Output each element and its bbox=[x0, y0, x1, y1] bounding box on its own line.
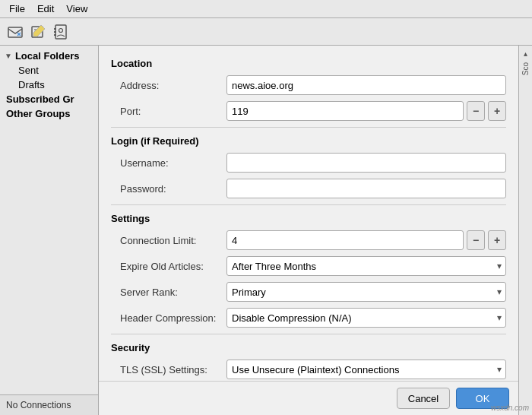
header-compression-label: Header Compression: bbox=[120, 312, 226, 324]
sidebar: ▼ Local Folders Sent Drafts Subscribed G… bbox=[0, 46, 99, 415]
port-input[interactable] bbox=[226, 101, 464, 121]
expire-label: Expire Old Articles: bbox=[120, 261, 226, 272]
svg-point-6 bbox=[59, 28, 63, 32]
menubar: File Edit View bbox=[0, 0, 532, 18]
dialog-scroll[interactable]: Location Address: Port: − + Login (if Re… bbox=[99, 46, 518, 381]
get-messages-icon[interactable] bbox=[6, 23, 24, 41]
connection-limit-row: Connection Limit: − + bbox=[111, 230, 506, 250]
toolbar bbox=[0, 18, 532, 46]
main-area: ▼ Local Folders Sent Drafts Subscribed G… bbox=[0, 46, 532, 415]
header-compression-control: Disable Compression (N/A) Enable Compres… bbox=[226, 308, 506, 328]
right-label: Sco bbox=[521, 62, 530, 75]
connection-limit-decrement-button[interactable]: − bbox=[467, 230, 485, 250]
tls-label: TLS (SSL) Settings: bbox=[120, 364, 226, 375]
server-rank-label: Server Rank: bbox=[120, 287, 226, 298]
menu-file[interactable]: File bbox=[3, 2, 31, 16]
address-row: Address: bbox=[111, 75, 506, 95]
cancel-button[interactable]: Cancel bbox=[397, 388, 450, 409]
svg-rect-4 bbox=[54, 31, 56, 33]
connection-limit-control: − + bbox=[226, 230, 506, 250]
expire-row: Expire Old Articles: After Three Months … bbox=[111, 256, 506, 276]
menu-edit[interactable]: Edit bbox=[31, 2, 60, 16]
connection-limit-increment-button[interactable]: + bbox=[488, 230, 506, 250]
watermark: wsxdn.com bbox=[491, 404, 529, 412]
port-decrement-button[interactable]: − bbox=[467, 101, 485, 121]
sidebar-content: ▼ Local Folders Sent Drafts Subscribed G… bbox=[0, 46, 98, 394]
server-rank-select-wrapper: Primary Secondary Tertiary bbox=[226, 282, 506, 302]
divider-login bbox=[111, 204, 506, 205]
username-input[interactable] bbox=[226, 153, 506, 173]
password-input[interactable] bbox=[226, 179, 506, 198]
header-compression-select-wrapper: Disable Compression (N/A) Enable Compres… bbox=[226, 308, 506, 328]
section-location-title: Location bbox=[111, 58, 506, 69]
address-control bbox=[226, 75, 506, 95]
sidebar-footer: No Connections bbox=[0, 394, 98, 415]
divider-settings bbox=[111, 334, 506, 334]
dialog-area: Location Address: Port: − + Login (if Re… bbox=[99, 46, 518, 415]
username-control bbox=[226, 153, 506, 173]
tls-select[interactable]: Use Unsecure (Plaintext) Connections Alw… bbox=[226, 360, 506, 379]
section-security-title: Security bbox=[111, 342, 506, 353]
scroll-up-arrow[interactable]: ▴ bbox=[520, 47, 532, 59]
write-icon[interactable] bbox=[29, 23, 47, 41]
port-control: − + bbox=[226, 101, 506, 121]
port-row: Port: − + bbox=[111, 101, 506, 121]
server-rank-control: Primary Secondary Tertiary bbox=[226, 282, 506, 302]
sidebar-item-other-groups[interactable]: Other Groups bbox=[0, 106, 98, 121]
header-compression-row: Header Compression: Disable Compression … bbox=[111, 308, 506, 328]
right-panel: ▴ Sco bbox=[518, 46, 532, 415]
address-label: Address: bbox=[120, 80, 226, 91]
password-row: Password: bbox=[111, 179, 506, 198]
sidebar-item-sent[interactable]: Sent bbox=[0, 63, 98, 78]
expand-triangle: ▼ bbox=[5, 52, 12, 60]
tls-row: TLS (SSL) Settings: Use Unsecure (Plaint… bbox=[111, 360, 506, 379]
address-book-icon[interactable] bbox=[52, 23, 70, 41]
svg-rect-3 bbox=[54, 28, 56, 30]
expire-select-wrapper: After Three Months Never After One Week … bbox=[226, 256, 506, 276]
header-compression-select[interactable]: Disable Compression (N/A) Enable Compres… bbox=[226, 308, 506, 328]
tls-select-wrapper: Use Unsecure (Plaintext) Connections Alw… bbox=[226, 360, 506, 379]
sidebar-item-local-folders[interactable]: ▼ Local Folders bbox=[0, 49, 98, 63]
svg-rect-5 bbox=[54, 34, 56, 36]
server-rank-row: Server Rank: Primary Secondary Tertiary bbox=[111, 282, 506, 302]
username-row: Username: bbox=[111, 153, 506, 173]
expire-control: After Three Months Never After One Week … bbox=[226, 256, 506, 276]
button-bar: Cancel OK bbox=[99, 381, 518, 415]
sidebar-item-drafts[interactable]: Drafts bbox=[0, 78, 98, 92]
connection-limit-input[interactable] bbox=[226, 230, 464, 250]
address-input[interactable] bbox=[226, 75, 506, 95]
port-label: Port: bbox=[120, 106, 226, 117]
expire-select[interactable]: After Three Months Never After One Week … bbox=[226, 256, 506, 276]
username-label: Username: bbox=[120, 157, 226, 169]
port-increment-button[interactable]: + bbox=[488, 101, 506, 121]
section-settings-title: Settings bbox=[111, 213, 506, 224]
divider-location bbox=[111, 127, 506, 128]
password-control bbox=[226, 179, 506, 198]
connection-limit-label: Connection Limit: bbox=[120, 235, 226, 246]
password-label: Password: bbox=[120, 183, 226, 195]
section-login-title: Login (if Required) bbox=[111, 135, 506, 147]
sidebar-item-subscribed[interactable]: Subscribed Gr bbox=[0, 92, 98, 106]
menu-view[interactable]: View bbox=[60, 2, 93, 16]
server-rank-select[interactable]: Primary Secondary Tertiary bbox=[226, 282, 506, 302]
